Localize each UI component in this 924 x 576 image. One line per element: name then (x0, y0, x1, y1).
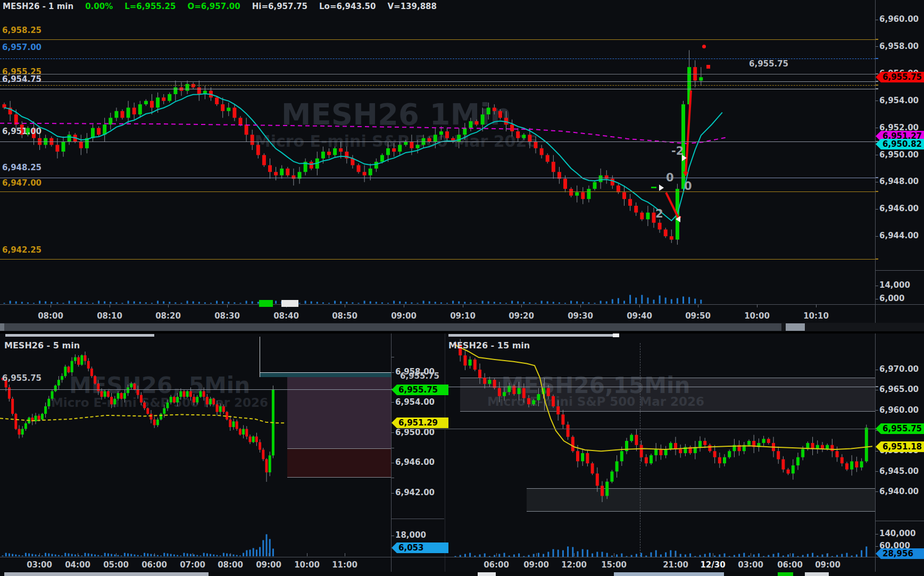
m5-top-scrollbar[interactable] (5, 334, 154, 337)
m5-bottom-scrollbar[interactable] (4, 572, 209, 576)
m5-volume-separator (391, 519, 444, 519)
high-price: Hi=6,957.75 (252, 2, 307, 11)
m15-top-scrollbar-handle[interactable] (613, 333, 619, 337)
last-price: L=6,955.25 (124, 2, 176, 11)
price-chip: 28,956 (876, 548, 924, 559)
price-chip: 6,955.75 (876, 72, 924, 82)
price-chip: 6,955.75 (392, 385, 448, 395)
trading-workspace: MESH26 - 1 min 0.00% L=6,955.25 O=6,957.… (0, 0, 924, 576)
price-chip: 6,951.18 (876, 441, 924, 452)
m15-top-scrollbar[interactable] (448, 334, 613, 337)
m15-bottom-scrollbar[interactable] (614, 572, 724, 576)
m15-marker-green (778, 572, 793, 576)
bottom-time-scale[interactable] (0, 557, 875, 572)
low-price: Lo=6,943.50 (319, 2, 376, 11)
price-scale-m1[interactable] (875, 0, 924, 305)
panel-divider-vertical (445, 333, 445, 576)
m1-time-scale[interactable] (0, 305, 875, 323)
panel-divider-horizontal (0, 331, 924, 333)
price-chip: 6,955.75 (876, 423, 924, 434)
price-chip: 6,053 (392, 542, 448, 553)
price-level-label: 6,955.75 (400, 371, 439, 381)
total-volume: V=139,888 (387, 2, 437, 11)
m1-volume-separator (875, 270, 924, 271)
m5-axis-border (391, 333, 392, 576)
price-chip: 6,950.82 (876, 139, 924, 149)
change-percent: 0.00% (85, 2, 113, 11)
chart-area-m5[interactable] (0, 333, 391, 572)
m1-axis-border (875, 0, 876, 331)
price-chip: 6,951.29 (392, 418, 448, 428)
m15-volume-separator (875, 521, 924, 521)
m15-marker-white-2 (805, 572, 829, 576)
chart-header: MESH26 - 1 min 0.00% L=6,955.25 O=6,957.… (3, 2, 437, 11)
chart-area-m1[interactable] (0, 0, 875, 305)
price-scale-m5[interactable] (391, 333, 444, 572)
symbol-timeframe: MESH26 - 1 min (3, 2, 73, 11)
price-scale-m15[interactable] (875, 333, 924, 572)
open-price: O=6,957.00 (187, 2, 240, 11)
m1-scrollbar-left-cap[interactable] (0, 323, 4, 331)
chart-area-m15[interactable] (446, 333, 875, 572)
m15-marker-white-1 (478, 572, 496, 576)
m1-scrollbar-handle[interactable] (786, 323, 805, 331)
m1-scrollbar-thumb[interactable] (4, 323, 781, 331)
m15-axis-border (875, 333, 876, 576)
